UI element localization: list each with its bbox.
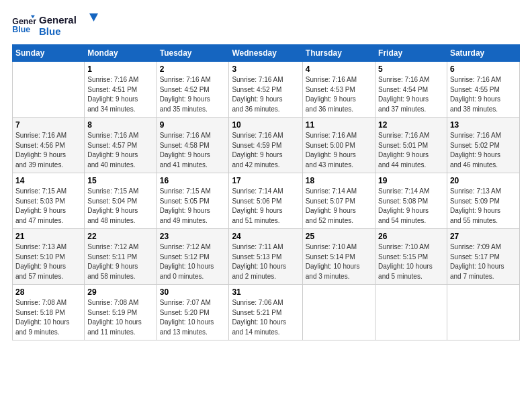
day-number: 28 xyxy=(15,287,81,297)
calendar-cell: 23Sunrise: 7:12 AM Sunset: 5:12 PM Dayli… xyxy=(157,229,229,285)
calendar-week-row-0: 1Sunrise: 7:16 AM Sunset: 4:51 PM Daylig… xyxy=(13,62,520,118)
calendar-cell: 26Sunrise: 7:10 AM Sunset: 5:15 PM Dayli… xyxy=(375,229,447,285)
day-info: Sunrise: 7:07 AM Sunset: 5:20 PM Dayligh… xyxy=(160,298,226,337)
day-number: 16 xyxy=(160,176,226,185)
calendar-cell: 20Sunrise: 7:13 AM Sunset: 5:09 PM Dayli… xyxy=(447,173,519,229)
calendar-week-row-1: 7Sunrise: 7:16 AM Sunset: 4:56 PM Daylig… xyxy=(13,118,520,173)
calendar-cell: 3Sunrise: 7:16 AM Sunset: 4:52 PM Daylig… xyxy=(229,62,302,118)
day-number: 7 xyxy=(15,120,81,130)
logo-svg: General Blue xyxy=(39,12,99,38)
header: General Blue General Blue xyxy=(12,12,520,38)
day-number: 25 xyxy=(306,232,372,241)
calendar-header-wednesday: Wednesday xyxy=(229,45,302,62)
calendar-header-sunday: Sunday xyxy=(13,45,85,62)
day-info: Sunrise: 7:16 AM Sunset: 4:59 PM Dayligh… xyxy=(232,131,299,170)
day-info: Sunrise: 7:16 AM Sunset: 4:55 PM Dayligh… xyxy=(450,75,517,114)
calendar-cell: 14Sunrise: 7:15 AM Sunset: 5:03 PM Dayli… xyxy=(13,173,85,229)
calendar-week-row-2: 14Sunrise: 7:15 AM Sunset: 5:03 PM Dayli… xyxy=(13,173,520,229)
day-info: Sunrise: 7:08 AM Sunset: 5:18 PM Dayligh… xyxy=(15,298,81,337)
logo: General Blue General Blue xyxy=(12,12,99,38)
day-info: Sunrise: 7:12 AM Sunset: 5:11 PM Dayligh… xyxy=(87,242,153,281)
day-number: 9 xyxy=(160,120,226,130)
calendar-cell: 30Sunrise: 7:07 AM Sunset: 5:20 PM Dayli… xyxy=(157,285,229,340)
day-info: Sunrise: 7:14 AM Sunset: 5:08 PM Dayligh… xyxy=(378,187,444,226)
day-number: 20 xyxy=(450,176,517,185)
calendar-cell: 22Sunrise: 7:12 AM Sunset: 5:11 PM Dayli… xyxy=(85,229,157,285)
day-number: 14 xyxy=(15,176,81,185)
calendar-cell xyxy=(447,285,519,340)
day-number: 19 xyxy=(378,176,444,185)
calendar-cell: 29Sunrise: 7:08 AM Sunset: 5:19 PM Dayli… xyxy=(85,285,157,340)
day-info: Sunrise: 7:09 AM Sunset: 5:17 PM Dayligh… xyxy=(450,242,517,281)
day-number: 4 xyxy=(306,64,372,74)
calendar-cell: 16Sunrise: 7:15 AM Sunset: 5:05 PM Dayli… xyxy=(157,173,229,229)
day-number: 13 xyxy=(450,120,517,130)
calendar-cell: 11Sunrise: 7:16 AM Sunset: 5:00 PM Dayli… xyxy=(302,118,375,173)
svg-text:General: General xyxy=(39,14,77,26)
day-number: 17 xyxy=(232,176,299,185)
calendar-cell: 1Sunrise: 7:16 AM Sunset: 4:51 PM Daylig… xyxy=(85,62,157,118)
day-number: 11 xyxy=(306,120,372,130)
calendar-cell: 19Sunrise: 7:14 AM Sunset: 5:08 PM Dayli… xyxy=(375,173,447,229)
day-number: 10 xyxy=(232,120,299,130)
day-info: Sunrise: 7:16 AM Sunset: 4:56 PM Dayligh… xyxy=(15,131,81,170)
day-number: 21 xyxy=(15,232,81,241)
calendar-cell: 8Sunrise: 7:16 AM Sunset: 4:57 PM Daylig… xyxy=(85,118,157,173)
calendar-cell: 7Sunrise: 7:16 AM Sunset: 4:56 PM Daylig… xyxy=(13,118,85,173)
calendar-header-thursday: Thursday xyxy=(302,45,375,62)
calendar-cell: 9Sunrise: 7:16 AM Sunset: 4:58 PM Daylig… xyxy=(157,118,229,173)
day-info: Sunrise: 7:16 AM Sunset: 4:54 PM Dayligh… xyxy=(378,75,444,114)
day-info: Sunrise: 7:08 AM Sunset: 5:19 PM Dayligh… xyxy=(87,298,153,337)
day-info: Sunrise: 7:15 AM Sunset: 5:05 PM Dayligh… xyxy=(160,187,226,226)
day-number: 31 xyxy=(232,287,299,297)
day-number: 24 xyxy=(232,232,299,241)
day-info: Sunrise: 7:16 AM Sunset: 5:01 PM Dayligh… xyxy=(378,131,444,170)
day-info: Sunrise: 7:16 AM Sunset: 5:00 PM Dayligh… xyxy=(306,131,372,170)
calendar-cell: 25Sunrise: 7:10 AM Sunset: 5:14 PM Dayli… xyxy=(302,229,375,285)
calendar-cell xyxy=(302,285,375,340)
calendar-cell: 15Sunrise: 7:15 AM Sunset: 5:04 PM Dayli… xyxy=(85,173,157,229)
day-info: Sunrise: 7:13 AM Sunset: 5:09 PM Dayligh… xyxy=(450,187,517,226)
day-info: Sunrise: 7:11 AM Sunset: 5:13 PM Dayligh… xyxy=(232,242,299,281)
calendar-cell xyxy=(375,285,447,340)
day-number: 30 xyxy=(160,287,226,297)
day-info: Sunrise: 7:15 AM Sunset: 5:03 PM Dayligh… xyxy=(15,187,81,226)
day-info: Sunrise: 7:14 AM Sunset: 5:07 PM Dayligh… xyxy=(306,187,372,226)
calendar-cell: 17Sunrise: 7:14 AM Sunset: 5:06 PM Dayli… xyxy=(229,173,302,229)
day-number: 23 xyxy=(160,232,226,241)
day-number: 2 xyxy=(160,64,226,74)
calendar-cell: 13Sunrise: 7:16 AM Sunset: 5:02 PM Dayli… xyxy=(447,118,519,173)
day-number: 22 xyxy=(87,232,153,241)
day-number: 27 xyxy=(450,232,517,241)
day-number: 6 xyxy=(450,64,517,74)
calendar-cell: 2Sunrise: 7:16 AM Sunset: 4:52 PM Daylig… xyxy=(157,62,229,118)
calendar-cell: 12Sunrise: 7:16 AM Sunset: 5:01 PM Dayli… xyxy=(375,118,447,173)
calendar-cell: 27Sunrise: 7:09 AM Sunset: 5:17 PM Dayli… xyxy=(447,229,519,285)
calendar-cell: 21Sunrise: 7:13 AM Sunset: 5:10 PM Dayli… xyxy=(13,229,85,285)
calendar-header-row: SundayMondayTuesdayWednesdayThursdayFrid… xyxy=(13,45,520,62)
calendar-cell: 10Sunrise: 7:16 AM Sunset: 4:59 PM Dayli… xyxy=(229,118,302,173)
day-info: Sunrise: 7:13 AM Sunset: 5:10 PM Dayligh… xyxy=(15,242,81,281)
calendar-header-tuesday: Tuesday xyxy=(157,45,229,62)
day-number: 12 xyxy=(378,120,444,130)
day-info: Sunrise: 7:06 AM Sunset: 5:21 PM Dayligh… xyxy=(232,298,299,337)
day-info: Sunrise: 7:16 AM Sunset: 4:57 PM Dayligh… xyxy=(87,131,153,170)
svg-marker-5 xyxy=(89,13,98,21)
day-info: Sunrise: 7:16 AM Sunset: 4:53 PM Dayligh… xyxy=(306,75,372,114)
calendar-cell xyxy=(13,62,85,118)
calendar-cell: 28Sunrise: 7:08 AM Sunset: 5:18 PM Dayli… xyxy=(13,285,85,340)
day-info: Sunrise: 7:15 AM Sunset: 5:04 PM Dayligh… xyxy=(87,187,153,226)
day-info: Sunrise: 7:16 AM Sunset: 4:52 PM Dayligh… xyxy=(232,75,299,114)
calendar-cell: 4Sunrise: 7:16 AM Sunset: 4:53 PM Daylig… xyxy=(302,62,375,118)
day-info: Sunrise: 7:14 AM Sunset: 5:06 PM Dayligh… xyxy=(232,187,299,226)
svg-text:Blue: Blue xyxy=(39,26,61,37)
calendar-cell: 24Sunrise: 7:11 AM Sunset: 5:13 PM Dayli… xyxy=(229,229,302,285)
day-number: 26 xyxy=(378,232,444,241)
day-info: Sunrise: 7:16 AM Sunset: 4:51 PM Dayligh… xyxy=(87,75,153,114)
day-info: Sunrise: 7:16 AM Sunset: 4:52 PM Dayligh… xyxy=(160,75,226,114)
logo-icon: General Blue xyxy=(12,15,36,35)
day-info: Sunrise: 7:16 AM Sunset: 5:02 PM Dayligh… xyxy=(450,131,517,170)
calendar-week-row-3: 21Sunrise: 7:13 AM Sunset: 5:10 PM Dayli… xyxy=(13,229,520,285)
day-info: Sunrise: 7:10 AM Sunset: 5:15 PM Dayligh… xyxy=(378,242,444,281)
day-number: 8 xyxy=(87,120,153,130)
